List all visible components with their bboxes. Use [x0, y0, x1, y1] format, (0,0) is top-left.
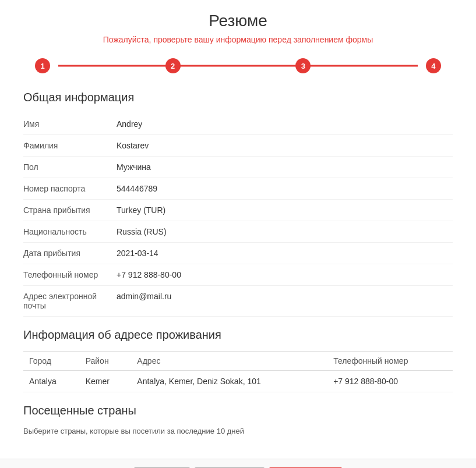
label-lastname: Фамилия	[23, 135, 117, 157]
address-district: Kemer	[80, 371, 132, 392]
page-wrapper: Резюме Пожалуйста, проверьте вашу информ…	[0, 0, 476, 468]
visited-countries-title: Посещенные страны	[23, 404, 453, 417]
label-email: Адрес электронной почты	[23, 286, 117, 317]
visited-countries-section: Посещенные страны Выберите страны, котор…	[23, 404, 453, 435]
col-phone: Телефонный номер	[327, 352, 453, 371]
step-3: 3	[295, 58, 311, 73]
step-2: 2	[165, 58, 181, 73]
address-info-title: Информация об адресе проживания	[23, 328, 453, 342]
step-1: 1	[35, 58, 50, 73]
value-name: Andrey	[117, 114, 453, 135]
label-country: Страна прибытия	[23, 200, 117, 221]
address-table-header: Город Район Адрес Телефонный номер	[23, 352, 453, 371]
value-nationality: Russia (RUS)	[117, 221, 453, 243]
general-info-title: Общая информация	[23, 91, 453, 104]
address-phone: +7 912 888-80-00	[327, 371, 453, 392]
label-arrival-date: Дата прибытия	[23, 243, 117, 264]
address-table: Город Район Адрес Телефонный номер Antal…	[23, 351, 453, 392]
value-email: admin@mail.ru	[117, 286, 453, 317]
col-district: Район	[80, 352, 132, 371]
value-country: Turkey (TUR)	[117, 200, 453, 221]
col-city: Город	[23, 352, 80, 371]
general-info-grid: Имя Andrey Фамилия Kostarev Пол Мужчина …	[23, 114, 453, 317]
address-row: Antalya Kemer Antalya, Kemer, Deniz Soka…	[23, 371, 453, 392]
value-arrival-date: 2021-03-14	[117, 243, 453, 264]
label-nationality: Национальность	[23, 221, 117, 243]
value-passport: 544446789	[117, 178, 453, 200]
address-street: Antalya, Kemer, Deniz Sokak, 101	[131, 371, 327, 392]
value-lastname: Kostarev	[117, 135, 453, 157]
progress-container: 1 2 3 4	[23, 58, 453, 73]
page-title: Резюме	[23, 12, 453, 30]
label-gender: Пол	[23, 157, 117, 178]
bottom-bar: Назад Отменить Сохранить	[0, 459, 476, 468]
visited-countries-subtitle: Выберите страны, которые вы посетили за …	[23, 427, 453, 435]
label-name: Имя	[23, 114, 117, 135]
main-content: Резюме Пожалуйста, проверьте вашу информ…	[0, 0, 476, 459]
subtitle: Пожалуйста, проверьте вашу информацию пе…	[23, 35, 453, 44]
label-passport: Номер паспорта	[23, 178, 117, 200]
value-phone: +7 912 888-80-00	[117, 264, 453, 286]
progress-steps: 1 2 3 4	[35, 58, 441, 73]
value-gender: Мужчина	[117, 157, 453, 178]
col-address: Адрес	[131, 352, 327, 371]
step-4: 4	[426, 58, 441, 73]
label-phone: Телефонный номер	[23, 264, 117, 286]
address-city: Antalya	[23, 371, 80, 392]
address-section: Информация об адресе проживания Город Ра…	[23, 328, 453, 392]
